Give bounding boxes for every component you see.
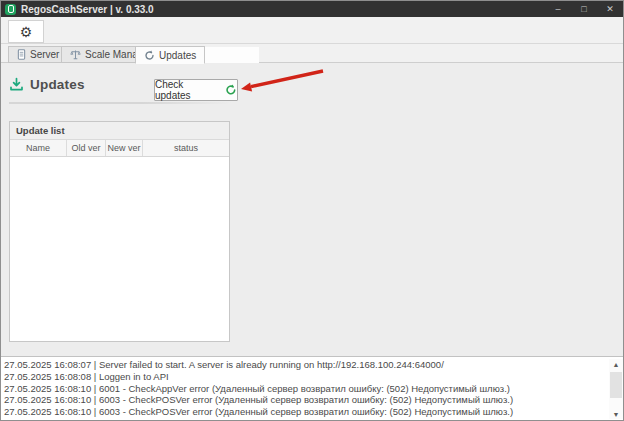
column-header-status[interactable]: status [143, 140, 229, 156]
tabstrip: Server Scale Management Updates [1, 44, 623, 63]
document-icon [17, 49, 26, 60]
window-title: RegosCashServer | v. 0.33.0 [21, 4, 154, 15]
tab-label: Updates [159, 50, 196, 61]
scroll-down-icon[interactable]: ▼ [609, 409, 623, 419]
log-line: 27.05.2025 16:08:07 | Server failed to s… [1, 359, 624, 371]
column-header-name[interactable]: Name [10, 140, 67, 156]
refresh-icon [144, 50, 155, 61]
refresh-icon [225, 84, 237, 96]
updates-heading-row: Updates [9, 77, 85, 92]
update-list-header-row: Name Old ver New ver status [10, 140, 229, 157]
scrollbar-thumb[interactable] [610, 372, 622, 398]
column-header-old-ver[interactable]: Old ver [67, 140, 106, 156]
scale-icon [70, 49, 81, 60]
scroll-up-icon[interactable]: ▲ [609, 359, 623, 369]
column-header-new-ver[interactable]: New ver [106, 140, 143, 156]
maximize-button[interactable]: □ [571, 1, 597, 17]
update-list-body [10, 157, 229, 341]
close-button[interactable]: ✕ [597, 1, 623, 17]
tab-updates[interactable]: Updates [135, 46, 205, 64]
titlebar: RegosCashServer | v. 0.33.0 – □ ✕ [1, 1, 623, 17]
log-line: 27.05.2025 16:08:10 | 6001 - CheckAppVer… [1, 383, 624, 395]
tab-server[interactable]: Server [8, 46, 68, 63]
window-controls: – □ ✕ [545, 1, 623, 17]
log-line: 27.05.2025 16:08:10 | 6003 - CheckPOSVer… [1, 406, 624, 418]
check-updates-button[interactable]: Check updates [154, 79, 238, 101]
minimize-button[interactable]: – [545, 1, 571, 17]
update-list-groupbox: Update list Name Old ver New ver status [9, 121, 230, 342]
page-title: Updates [30, 77, 85, 92]
check-updates-label: Check updates [155, 79, 220, 101]
log-scrollbar[interactable]: ▲ ▼ [609, 359, 623, 419]
app-icon [5, 4, 16, 15]
tabstrip-spacer [197, 47, 259, 63]
log-line: 27.05.2025 16:08:10 | 6003 - CheckPOSVer… [1, 394, 624, 406]
toolbar: ⚙ [1, 17, 623, 44]
tab-label: Server [30, 49, 59, 60]
download-icon [9, 77, 24, 92]
heading-divider [9, 102, 231, 104]
settings-button[interactable]: ⚙ [8, 20, 44, 43]
update-list-title: Update list [10, 122, 229, 140]
log-panel: 27.05.2025 16:08:07 | Server failed to s… [1, 356, 624, 421]
gear-icon: ⚙ [20, 24, 33, 40]
log-line: 27.05.2025 16:08:08 | Loggen in to API [1, 371, 624, 383]
app-window: RegosCashServer | v. 0.33.0 – □ ✕ ⚙ Serv… [0, 0, 624, 421]
